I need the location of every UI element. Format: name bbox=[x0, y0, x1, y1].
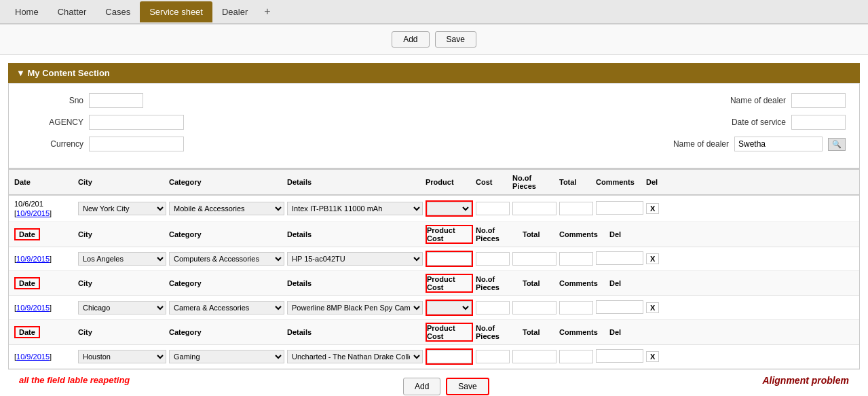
row3-total-input[interactable] bbox=[559, 301, 593, 314]
table-row: 10/6/201 [10/9/2015] New York City Los A… bbox=[9, 196, 859, 222]
row1-details-select[interactable]: Intex IT-PB11K 11000 mAh bbox=[287, 202, 423, 215]
row2-total-input[interactable] bbox=[559, 252, 593, 266]
row3-cost-input[interactable] bbox=[476, 301, 510, 314]
rh2-del: Del bbox=[609, 230, 630, 238]
agency-group: AGENCY bbox=[22, 115, 184, 130]
row2-city-select[interactable]: New York City Los Angeles Chicago Housto… bbox=[78, 252, 166, 266]
top-save-button[interactable]: Save bbox=[435, 31, 476, 48]
row4-city-select[interactable]: New York City Los Angeles Chicago Housto… bbox=[78, 350, 166, 363]
dealer-search-input[interactable] bbox=[734, 137, 823, 151]
row4-date-cell: [10/9/2015] bbox=[14, 352, 75, 361]
row3-repeated-header: Date City Category Details Product Cost … bbox=[9, 271, 859, 296]
row2-cost-input[interactable] bbox=[476, 252, 510, 266]
top-toolbar: Add Save bbox=[0, 24, 868, 55]
sno-input[interactable] bbox=[89, 93, 143, 108]
row2-details-select[interactable]: HP 15-ac042TU bbox=[287, 252, 423, 266]
top-add-button[interactable]: Add bbox=[392, 31, 429, 48]
left-annotation-text: all the field lable reapeting bbox=[19, 375, 130, 385]
tab-add-icon[interactable]: + bbox=[257, 0, 277, 23]
row3-del-button[interactable]: X bbox=[646, 302, 659, 313]
rh2-comments: Comments bbox=[559, 230, 607, 238]
row1-product-cell bbox=[426, 200, 473, 217]
tab-chatter[interactable]: Chatter bbox=[48, 1, 96, 22]
rh4-category: Category bbox=[169, 328, 284, 336]
row4-total-input[interactable] bbox=[559, 350, 593, 363]
date-of-service-label: Date of service bbox=[725, 118, 786, 127]
currency-input[interactable] bbox=[89, 137, 184, 151]
row2-product-input[interactable] bbox=[427, 252, 472, 266]
row3-city-select[interactable]: New York City Los Angeles Chicago Housto… bbox=[78, 301, 166, 314]
row2-date-link[interactable]: 10/9/2015 bbox=[16, 255, 50, 263]
row4-product-input[interactable] bbox=[427, 350, 472, 363]
row3-comments-textarea[interactable] bbox=[596, 300, 643, 314]
row3-date-link[interactable]: 10/9/2015 bbox=[16, 304, 50, 312]
search-icon[interactable]: 🔍 bbox=[828, 138, 846, 151]
rh3-category: Category bbox=[169, 279, 284, 287]
form-row-3: Currency Name of dealer 🔍 bbox=[22, 137, 846, 151]
row3-cost-cell bbox=[476, 301, 510, 314]
tab-cases[interactable]: Cases bbox=[96, 1, 140, 22]
tab-home[interactable]: Home bbox=[5, 1, 48, 22]
rh2-product: Product Cost bbox=[426, 225, 473, 244]
bottom-save-button[interactable]: Save bbox=[446, 378, 489, 395]
rh4-details: Details bbox=[287, 328, 423, 336]
row3-product-select[interactable] bbox=[427, 301, 472, 314]
col-header-cost: Cost bbox=[476, 178, 510, 186]
rh3-product: Product Cost bbox=[426, 274, 473, 293]
row1-product-select[interactable] bbox=[427, 202, 472, 215]
row2-category-select[interactable]: Mobile & Accessories Computers & Accesso… bbox=[169, 252, 284, 266]
row1-nopieces-input[interactable] bbox=[512, 202, 556, 215]
tab-service-sheet[interactable]: Service sheet bbox=[140, 1, 212, 22]
row4-category-select[interactable]: Mobile & Accessories Computers & Accesso… bbox=[169, 350, 284, 363]
row2-total-cell bbox=[559, 252, 593, 266]
nav-tabs: Home Chatter Cases Service sheet Dealer … bbox=[0, 0, 868, 24]
row4-details-select[interactable]: Uncharted - The Nathan Drake Collection bbox=[287, 350, 423, 363]
row4-nopieces-input[interactable] bbox=[512, 350, 556, 363]
row2-nopieces-input[interactable] bbox=[512, 252, 556, 266]
row3-category-select[interactable]: Mobile & Accessories Computers & Accesso… bbox=[169, 301, 284, 314]
date-label-box-3: Date bbox=[14, 277, 40, 289]
table-row: [10/9/2015] New York City Los Angeles Ch… bbox=[9, 247, 859, 271]
row2-comments-textarea[interactable] bbox=[596, 251, 643, 265]
row3-nopieces-input[interactable] bbox=[512, 301, 556, 314]
section-title: ▼ My Content Section bbox=[16, 68, 110, 78]
rh4-product: Product Cost bbox=[426, 323, 473, 342]
row2-repeated-header: Date City Category Details Product Cost … bbox=[9, 222, 859, 247]
row1-cost-input[interactable] bbox=[476, 202, 510, 215]
row4-del-button[interactable]: X bbox=[646, 351, 659, 362]
row4-comments-textarea[interactable] bbox=[596, 349, 643, 363]
row2-del-cell: X bbox=[646, 253, 666, 264]
row4-city-cell: New York City Los Angeles Chicago Housto… bbox=[78, 350, 166, 363]
col-header-nopieces: No.of Pieces bbox=[512, 174, 556, 190]
row1-del-button[interactable]: X bbox=[646, 203, 659, 214]
row1-city-select[interactable]: New York City Los Angeles Chicago Housto… bbox=[78, 202, 166, 215]
date-of-service-input[interactable] bbox=[791, 115, 846, 130]
name-of-dealer-input[interactable] bbox=[791, 93, 846, 108]
tab-dealer[interactable]: Dealer bbox=[212, 1, 257, 22]
row4-category-cell: Mobile & Accessories Computers & Accesso… bbox=[169, 350, 284, 363]
row3-del-cell: X bbox=[646, 302, 666, 313]
bottom-add-button[interactable]: Add bbox=[403, 378, 440, 395]
col-header-product: Product bbox=[426, 178, 473, 186]
row1-date-link[interactable]: 10/9/2015 bbox=[16, 209, 50, 217]
date-of-service-group: Date of service bbox=[725, 115, 846, 130]
table-row: [10/9/2015] New York City Los Angeles Ch… bbox=[9, 296, 859, 320]
row2-nopieces-cell bbox=[512, 252, 556, 266]
row1-category-select[interactable]: Mobile & Accessories Computers & Accesso… bbox=[169, 202, 284, 215]
row2-date-cell: [10/9/2015] bbox=[14, 254, 75, 264]
rh3-city: City bbox=[78, 279, 166, 287]
row3-total-cell bbox=[559, 301, 593, 314]
rh3-nopieces: No.of Pieces bbox=[476, 275, 520, 291]
row3-category-cell: Mobile & Accessories Computers & Accesso… bbox=[169, 301, 284, 314]
col-header-comments: Comments bbox=[596, 178, 643, 186]
row4-cost-input[interactable] bbox=[476, 350, 510, 363]
row3-details-select[interactable]: Powerline 8MP Black Pen Spy Camera bbox=[287, 301, 423, 314]
row4-date-link[interactable]: 10/9/2015 bbox=[16, 353, 50, 361]
section-header: ▼ My Content Section bbox=[8, 63, 860, 83]
agency-input[interactable] bbox=[89, 115, 184, 130]
row1-comments-textarea[interactable] bbox=[596, 201, 643, 215]
row1-total-input[interactable] bbox=[559, 202, 593, 215]
form-row-2: AGENCY Date of service bbox=[22, 115, 846, 130]
row2-del-button[interactable]: X bbox=[646, 253, 659, 264]
sno-group: Sno bbox=[22, 93, 143, 108]
